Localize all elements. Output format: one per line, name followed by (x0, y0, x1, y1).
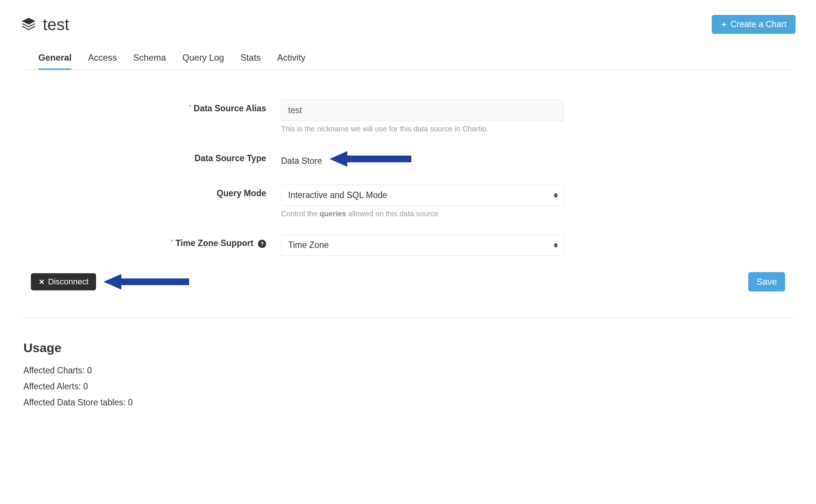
tabs: General Access Schema Query Log Stats Ac… (20, 52, 796, 70)
row-alias: *Data Source Alias This is the nickname … (20, 100, 796, 133)
plus-icon (721, 21, 727, 28)
create-chart-label: Create a Chart (730, 20, 787, 29)
query-mode-select[interactable]: Interactive and SQL Mode (281, 185, 564, 206)
label-query-mode: Query Mode (20, 185, 281, 198)
action-row: Disconnect Save (20, 272, 796, 291)
help-icon[interactable]: ? (258, 240, 266, 248)
alias-input[interactable] (281, 100, 564, 121)
usage-alerts: Affected Alerts: 0 (23, 382, 796, 392)
tab-stats[interactable]: Stats (240, 52, 261, 70)
close-icon (38, 278, 45, 285)
layers-icon (20, 16, 37, 33)
alias-helper: This is the nickname we will use for thi… (281, 125, 564, 133)
tab-general[interactable]: General (38, 52, 71, 70)
disconnect-button[interactable]: Disconnect (31, 273, 96, 290)
usage-tables: Affected Data Store tables: 0 (23, 398, 796, 408)
header: test Create a Chart (20, 15, 796, 34)
label-type: Data Source Type (20, 150, 281, 163)
arrow-left-icon (103, 272, 189, 291)
label-alias: *Data Source Alias (20, 100, 281, 114)
tab-activity[interactable]: Activity (277, 52, 306, 70)
usage-charts: Affected Charts: 0 (23, 366, 796, 376)
svg-marker-2 (329, 151, 411, 167)
usage-section: Usage Affected Charts: 0 Affected Alerts… (20, 341, 796, 408)
form: *Data Source Alias This is the nickname … (20, 100, 796, 256)
label-timezone: *Time Zone Support ? (20, 235, 281, 248)
usage-title: Usage (23, 341, 796, 355)
save-button[interactable]: Save (748, 272, 785, 291)
query-mode-helper: Control the queries allowed on this data… (281, 210, 564, 218)
title-group: test (20, 15, 69, 34)
tab-query-log[interactable]: Query Log (182, 52, 224, 70)
divider (20, 318, 796, 318)
tab-schema[interactable]: Schema (133, 52, 166, 70)
arrow-left-icon (329, 150, 411, 168)
create-chart-button[interactable]: Create a Chart (712, 15, 796, 34)
page-title: test (43, 15, 69, 34)
disconnect-label: Disconnect (48, 278, 89, 286)
svg-marker-5 (103, 274, 189, 290)
timezone-select[interactable]: Time Zone (281, 235, 564, 256)
row-timezone: *Time Zone Support ? Time Zone (20, 235, 796, 256)
tab-access[interactable]: Access (88, 52, 117, 70)
type-value: Data Store (281, 152, 322, 166)
row-query-mode: Query Mode Interactive and SQL Mode Cont… (20, 185, 796, 218)
row-type: Data Source Type Data Store (20, 150, 796, 168)
